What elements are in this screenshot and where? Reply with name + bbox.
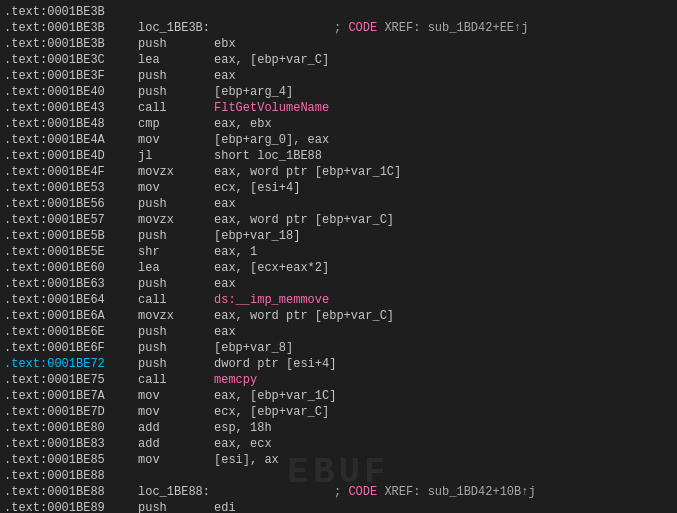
code-line: .text:0001BE72pushdword ptr [esi+4] <box>0 356 677 372</box>
code-line: .text:0001BE7Dmovecx, [ebp+var_C] <box>0 404 677 420</box>
code-view: .text:0001BE3B.text:0001BE3Bloc_1BE3B:; … <box>0 0 677 513</box>
line-address: .text:0001BE48 <box>4 116 134 132</box>
line-mnemonic: push <box>134 228 214 244</box>
line-mnemonic: call <box>134 372 214 388</box>
code-line: .text:0001BE6Fpush[ebp+var_8] <box>0 340 677 356</box>
line-operands: eax <box>214 276 236 292</box>
code-line: .text:0001BE4Fmovzxeax, word ptr [ebp+va… <box>0 164 677 180</box>
line-address: .text:0001BE3B <box>4 36 134 52</box>
line-operands: eax <box>214 196 236 212</box>
line-mnemonic: push <box>134 324 214 340</box>
line-operands: [ebp+arg_4] <box>214 84 293 100</box>
line-label: loc_1BE3B: <box>134 20 254 36</box>
line-address: .text:0001BE4A <box>4 132 134 148</box>
line-operands: eax, word ptr [ebp+var_C] <box>214 308 394 324</box>
line-address: .text:0001BE80 <box>4 420 134 436</box>
line-mnemonic: mov <box>134 404 214 420</box>
line-address: .text:0001BE57 <box>4 212 134 228</box>
code-line: .text:0001BE48cmpeax, ebx <box>0 116 677 132</box>
line-mnemonic: movzx <box>134 308 214 324</box>
line-mnemonic: lea <box>134 260 214 276</box>
line-mnemonic: push <box>134 36 214 52</box>
line-operands: eax <box>214 324 236 340</box>
line-address: .text:0001BE5B <box>4 228 134 244</box>
line-operands: eax, ecx <box>214 436 272 452</box>
line-address: .text:0001BE7D <box>4 404 134 420</box>
line-mnemonic: jl <box>134 148 214 164</box>
line-mnemonic: add <box>134 420 214 436</box>
line-mnemonic: push <box>134 356 214 372</box>
code-line: .text:0001BE56pusheax <box>0 196 677 212</box>
line-operands: ebx <box>214 36 236 52</box>
line-address: .text:0001BE3B <box>4 20 134 36</box>
line-address: .text:0001BE5E <box>4 244 134 260</box>
code-line: .text:0001BE6Amovzxeax, word ptr [ebp+va… <box>0 308 677 324</box>
code-line: .text:0001BE40push[ebp+arg_4] <box>0 84 677 100</box>
line-address: .text:0001BE4F <box>4 164 134 180</box>
code-line: .text:0001BE3Bpushebx <box>0 36 677 52</box>
line-mnemonic: mov <box>134 388 214 404</box>
line-mnemonic: movzx <box>134 164 214 180</box>
line-address: .text:0001BE6E <box>4 324 134 340</box>
code-line: .text:0001BE60leaeax, [ecx+eax*2] <box>0 260 677 276</box>
line-comment: ; CODE XREF: sub_1BD42+EE↑j <box>254 20 528 36</box>
line-mnemonic: push <box>134 68 214 84</box>
line-address: .text:0001BE3F <box>4 68 134 84</box>
code-line: .text:0001BE63pusheax <box>0 276 677 292</box>
code-line: .text:0001BE83addeax, ecx <box>0 436 677 452</box>
line-mnemonic: push <box>134 500 214 513</box>
line-operands: [ebp+arg_0], eax <box>214 132 329 148</box>
line-operands: memcpy <box>214 372 257 388</box>
line-mnemonic: lea <box>134 52 214 68</box>
line-address: .text:0001BE64 <box>4 292 134 308</box>
code-line: .text:0001BE64callds:__imp_memmove <box>0 292 677 308</box>
line-operands: [ebp+var_18] <box>214 228 300 244</box>
code-line: .text:0001BE7Amoveax, [ebp+var_1C] <box>0 388 677 404</box>
line-operands: eax, 1 <box>214 244 257 260</box>
line-operands: eax, [ebp+var_1C] <box>214 388 336 404</box>
code-line: .text:0001BE6Epusheax <box>0 324 677 340</box>
line-label: loc_1BE88: <box>134 484 254 500</box>
line-address: .text:0001BE88 <box>4 468 134 484</box>
line-operands: ds:__imp_memmove <box>214 292 329 308</box>
code-line: .text:0001BE89pushedi <box>0 500 677 513</box>
code-line: .text:0001BE57movzxeax, word ptr [ebp+va… <box>0 212 677 228</box>
line-mnemonic: add <box>134 436 214 452</box>
line-operands: eax, word ptr [ebp+var_C] <box>214 212 394 228</box>
line-mnemonic: mov <box>134 452 214 468</box>
code-line: .text:0001BE4Amov[ebp+arg_0], eax <box>0 132 677 148</box>
line-address: .text:0001BE89 <box>4 500 134 513</box>
line-address: .text:0001BE53 <box>4 180 134 196</box>
line-mnemonic: push <box>134 196 214 212</box>
line-address: .text:0001BE4D <box>4 148 134 164</box>
line-address: .text:0001BE72 <box>4 356 134 372</box>
line-address: .text:0001BE6A <box>4 308 134 324</box>
line-mnemonic: push <box>134 340 214 356</box>
line-mnemonic: call <box>134 292 214 308</box>
line-operands: short loc_1BE88 <box>214 148 322 164</box>
line-address: .text:0001BE88 <box>4 484 134 500</box>
line-address: .text:0001BE85 <box>4 452 134 468</box>
line-operands: eax, word ptr [ebp+var_1C] <box>214 164 401 180</box>
code-line: .text:0001BE5Eshreax, 1 <box>0 244 677 260</box>
line-address: .text:0001BE40 <box>4 84 134 100</box>
line-address: .text:0001BE6F <box>4 340 134 356</box>
code-line: .text:0001BE53movecx, [esi+4] <box>0 180 677 196</box>
code-line: .text:0001BE5Bpush[ebp+var_18] <box>0 228 677 244</box>
line-address: .text:0001BE60 <box>4 260 134 276</box>
line-comment: ; CODE XREF: sub_1BD42+10B↑j <box>254 484 536 500</box>
line-address: .text:0001BE3B <box>4 4 134 20</box>
line-address: .text:0001BE43 <box>4 100 134 116</box>
code-line-empty: .text:0001BE3B <box>0 4 677 20</box>
code-line: .text:0001BE80addesp, 18h <box>0 420 677 436</box>
line-operands: eax, [ebp+var_C] <box>214 52 329 68</box>
line-operands: eax, [ecx+eax*2] <box>214 260 329 276</box>
line-mnemonic: push <box>134 84 214 100</box>
line-mnemonic: call <box>134 100 214 116</box>
line-operands: [ebp+var_8] <box>214 340 293 356</box>
line-address: .text:0001BE63 <box>4 276 134 292</box>
code-line: .text:0001BE88loc_1BE88:; CODE XREF: sub… <box>0 484 677 500</box>
line-operands: ecx, [ebp+var_C] <box>214 404 329 420</box>
line-mnemonic: mov <box>134 180 214 196</box>
line-operands: FltGetVolumeName <box>214 100 329 116</box>
